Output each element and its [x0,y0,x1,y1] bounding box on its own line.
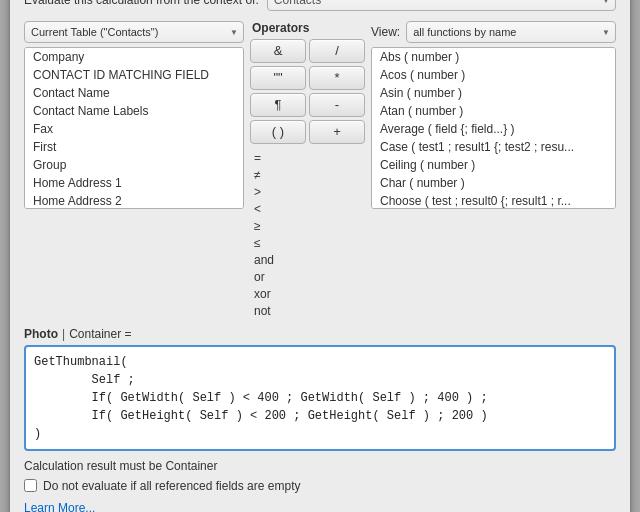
field-contact-id[interactable]: CONTACT ID MATCHING FIELD [25,66,243,84]
func-acos[interactable]: Acos ( number ) [372,66,615,84]
op-neq[interactable]: ≠ [250,167,365,183]
op-and[interactable]: and [250,252,365,268]
op-gt[interactable]: > [250,184,365,200]
op-ampersand-button[interactable]: & [250,39,306,63]
operators-grid: & / "" * ¶ - ( ) + [250,39,365,144]
op-plus-button[interactable]: + [309,120,365,144]
op-lt[interactable]: < [250,201,365,217]
func-atan[interactable]: Atan ( number ) [372,102,615,120]
func-case[interactable]: Case ( test1 ; result1 {; test2 ; resu..… [372,138,615,156]
operators-header: Operators [250,21,365,35]
op-xor[interactable]: xor [250,286,365,302]
view-row: View: all functions by name [371,21,616,43]
bottom-section: Calculation result must be Container Do … [24,459,616,513]
field-contact-name[interactable]: Contact Name [25,84,243,102]
view-select-wrapper[interactable]: all functions by name [406,21,616,43]
result-separator: | [62,327,65,341]
field-group[interactable]: Group [25,156,243,174]
result-must-label: Calculation result must be Container [24,459,616,473]
op-or[interactable]: or [250,269,365,285]
learn-more-link[interactable]: Learn More... [24,501,95,513]
op-not[interactable]: not [250,303,365,319]
no-evaluate-checkbox[interactable] [24,479,37,492]
field-contact-name-labels[interactable]: Contact Name Labels [25,102,243,120]
specify-calculation-dialog: Specify Calculation Evaluate this calcul… [10,0,630,512]
op-gte[interactable]: ≥ [250,218,365,234]
checkbox-row: Do not evaluate if all referenced fields… [24,479,616,493]
context-label: Evaluate this calculation from the conte… [24,0,259,7]
middle-panel: Operators & / "" * ¶ - ( ) + = ≠ > < ≥ [250,21,365,319]
fields-list[interactable]: Company CONTACT ID MATCHING FIELD Contac… [24,47,244,209]
context-row: Evaluate this calculation from the conte… [24,0,616,11]
field-home-address-1[interactable]: Home Address 1 [25,174,243,192]
functions-list[interactable]: Abs ( number ) Acos ( number ) Asin ( nu… [371,47,616,209]
field-fax[interactable]: Fax [25,120,243,138]
table-select[interactable]: Current Table ("Contacts") [24,21,244,43]
op-asterisk-button[interactable]: * [309,66,365,90]
view-label: View: [371,25,400,39]
field-company[interactable]: Company [25,48,243,66]
func-asin[interactable]: Asin ( number ) [372,84,615,102]
op-minus-button[interactable]: - [309,93,365,117]
func-ceiling[interactable]: Ceiling ( number ) [372,156,615,174]
op-paren-button[interactable]: ( ) [250,120,306,144]
view-select[interactable]: all functions by name [406,21,616,43]
result-type-label: Container = [69,327,131,341]
checkbox-label[interactable]: Do not evaluate if all referenced fields… [43,479,300,493]
table-select-wrapper[interactable]: Current Table ("Contacts") [24,21,244,43]
op-text-list: = ≠ > < ≥ ≤ and or xor not [250,150,365,319]
op-eq[interactable]: = [250,150,365,166]
field-first[interactable]: First [25,138,243,156]
context-select-wrapper[interactable]: Contacts [267,0,616,11]
right-panel: View: all functions by name Abs ( number… [371,21,616,319]
func-char[interactable]: Char ( number ) [372,174,615,192]
op-quote-button[interactable]: "" [250,66,306,90]
func-average[interactable]: Average ( field {; field...} ) [372,120,615,138]
main-area: Current Table ("Contacts") Company CONTA… [24,21,616,319]
field-home-address-2[interactable]: Home Address 2 [25,192,243,209]
context-select[interactable]: Contacts [267,0,616,11]
calc-editor[interactable]: GetThumbnail( Self ; If( GetWidth( Self … [24,345,616,451]
op-pilcrow-button[interactable]: ¶ [250,93,306,117]
dialog-body: Evaluate this calculation from the conte… [10,0,630,512]
func-choose[interactable]: Choose ( test ; result0 {; result1 ; r..… [372,192,615,209]
result-field-label: Photo [24,327,58,341]
result-label-row: Photo | Container = [24,327,616,341]
op-lte[interactable]: ≤ [250,235,365,251]
func-abs[interactable]: Abs ( number ) [372,48,615,66]
left-panel: Current Table ("Contacts") Company CONTA… [24,21,244,319]
op-slash-button[interactable]: / [309,39,365,63]
